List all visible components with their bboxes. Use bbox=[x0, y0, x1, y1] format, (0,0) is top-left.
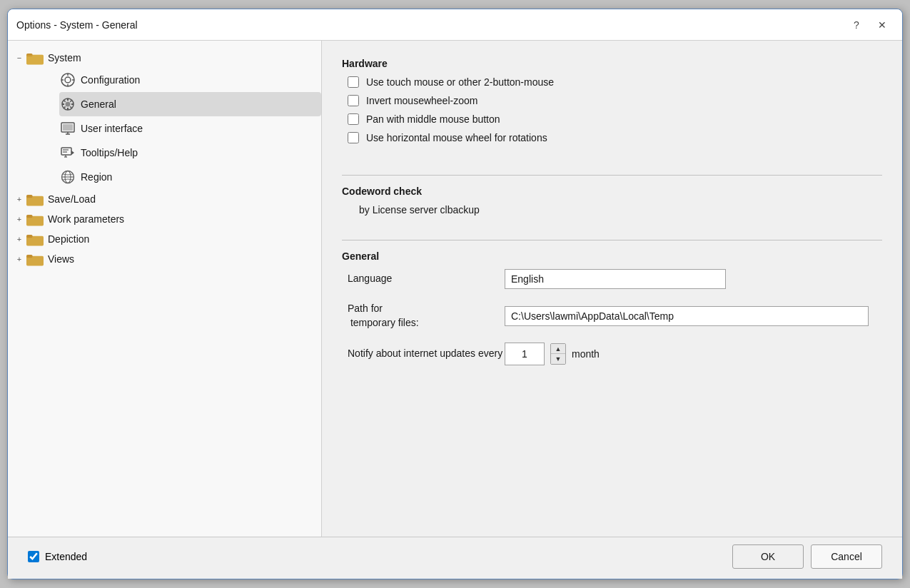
notify-row: Notify about internet updates every ▲ ▼ … bbox=[348, 343, 882, 365]
main-content: − System bbox=[8, 41, 902, 537]
depiction-expander[interactable]: + bbox=[14, 233, 25, 245]
folder-icon-work-parameters bbox=[26, 212, 44, 226]
region-icon bbox=[59, 168, 76, 186]
title-bar-buttons: ? ✕ bbox=[845, 14, 894, 36]
svg-point-4 bbox=[65, 77, 71, 83]
sidebar-item-general[interactable]: General bbox=[59, 92, 321, 116]
sidebar-item-tooltips-help[interactable]: Tooltips/Help bbox=[59, 141, 321, 165]
path-input[interactable] bbox=[505, 306, 869, 326]
checkbox-pan-middle: Pan with middle mouse button bbox=[348, 113, 882, 125]
checkbox-invert-zoom: Invert mousewheel-zoom bbox=[348, 95, 882, 106]
close-button[interactable]: ✕ bbox=[871, 14, 894, 36]
user-interface-label: User interface bbox=[81, 123, 143, 134]
month-label: month bbox=[572, 348, 600, 360]
svg-rect-40 bbox=[26, 255, 33, 258]
bottom-buttons: OK Cancel bbox=[732, 544, 882, 569]
svg-rect-2 bbox=[26, 55, 44, 65]
svg-rect-23 bbox=[61, 148, 71, 155]
spinner-buttons: ▲ ▼ bbox=[550, 343, 566, 365]
depiction-label: Depiction bbox=[48, 233, 89, 245]
checkbox-horizontal-wheel: Use horizontal mouse wheel for rotations bbox=[348, 132, 882, 143]
svg-point-10 bbox=[66, 102, 71, 107]
title-bar: Options - System - General ? ✕ bbox=[8, 9, 902, 41]
hardware-section: Hardware Use touch mouse or other 2-butt… bbox=[342, 58, 882, 151]
horizontal-wheel-checkbox[interactable] bbox=[348, 132, 359, 143]
extended-checkbox[interactable] bbox=[28, 551, 39, 562]
notify-value-input[interactable] bbox=[505, 343, 545, 365]
language-row: Language bbox=[348, 269, 882, 289]
svg-rect-34 bbox=[26, 195, 33, 198]
spinner-down-button[interactable]: ▼ bbox=[551, 354, 565, 364]
language-input[interactable] bbox=[505, 269, 726, 289]
tooltips-label: Tooltips/Help bbox=[81, 147, 138, 158]
work-parameters-label: Work parameters bbox=[48, 213, 124, 225]
spinner-up-button[interactable]: ▲ bbox=[551, 344, 565, 354]
right-panel: Hardware Use touch mouse or other 2-butt… bbox=[322, 41, 902, 537]
path-row: Path for temporary files: bbox=[348, 302, 882, 330]
work-params-expander[interactable]: + bbox=[14, 213, 25, 225]
sidebar: − System bbox=[8, 41, 322, 537]
user-interface-icon bbox=[59, 120, 76, 137]
views-expander[interactable]: + bbox=[14, 253, 25, 265]
horizontal-wheel-label: Use horizontal mouse wheel for rotations bbox=[366, 132, 547, 143]
system-label: System bbox=[48, 52, 81, 64]
folder-icon-save-load bbox=[26, 192, 44, 206]
system-children: Configuration bbox=[8, 68, 321, 189]
invert-zoom-checkbox[interactable] bbox=[348, 95, 359, 106]
codeword-label: Codeword check bbox=[342, 186, 882, 197]
language-label: Language bbox=[348, 272, 505, 286]
svg-rect-36 bbox=[26, 215, 33, 218]
save-load-label: Save/Load bbox=[48, 193, 96, 205]
notify-spinner-group: ▲ ▼ month bbox=[505, 343, 600, 365]
extended-row: Extended bbox=[28, 551, 732, 562]
cancel-button[interactable]: Cancel bbox=[811, 544, 882, 569]
sidebar-item-region[interactable]: Region bbox=[59, 165, 321, 189]
general-section-label: General bbox=[342, 250, 882, 262]
configuration-icon bbox=[59, 71, 76, 88]
codeword-text: by License server clbackup bbox=[359, 204, 882, 216]
hardware-label: Hardware bbox=[342, 58, 882, 69]
sidebar-item-save-load[interactable]: + Save/Load bbox=[8, 189, 321, 209]
svg-line-18 bbox=[64, 106, 66, 108]
svg-rect-38 bbox=[26, 235, 33, 238]
help-button[interactable]: ? bbox=[845, 14, 868, 36]
svg-marker-28 bbox=[71, 151, 74, 155]
pan-middle-label: Pan with middle mouse button bbox=[366, 113, 500, 125]
region-label: Region bbox=[81, 171, 112, 183]
touch-mouse-checkbox[interactable] bbox=[348, 76, 359, 88]
main-window: Options - System - General ? ✕ − System bbox=[7, 9, 903, 579]
svg-line-16 bbox=[70, 106, 71, 108]
sidebar-item-views[interactable]: + Views bbox=[8, 249, 321, 269]
tooltips-icon bbox=[59, 144, 76, 161]
bottom-bar: Extended OK Cancel bbox=[8, 537, 902, 579]
ok-button[interactable]: OK bbox=[732, 544, 804, 569]
general-icon bbox=[59, 96, 76, 113]
sidebar-item-user-interface[interactable]: User interface bbox=[59, 116, 321, 141]
window-title: Options - System - General bbox=[16, 19, 845, 31]
svg-rect-22 bbox=[63, 124, 73, 131]
divider-2 bbox=[342, 240, 882, 240]
sidebar-item-system[interactable]: − System bbox=[8, 48, 321, 68]
save-load-expander[interactable]: + bbox=[14, 193, 25, 205]
codeword-section: Codeword check by License server clbacku… bbox=[342, 186, 882, 216]
divider-1 bbox=[342, 175, 882, 176]
extended-label: Extended bbox=[45, 551, 87, 562]
touch-mouse-label: Use touch mouse or other 2-button-mouse bbox=[366, 76, 554, 88]
sidebar-item-work-parameters[interactable]: + Work parameters bbox=[8, 209, 321, 229]
sidebar-item-depiction[interactable]: + Depiction bbox=[8, 229, 321, 249]
invert-zoom-label: Invert mousewheel-zoom bbox=[366, 95, 477, 106]
svg-line-17 bbox=[70, 101, 71, 102]
configuration-label: Configuration bbox=[81, 74, 140, 86]
folder-icon-views bbox=[26, 252, 44, 266]
folder-icon-depiction bbox=[26, 232, 44, 246]
path-label: Path for temporary files: bbox=[348, 302, 505, 330]
notify-label: Notify about internet updates every bbox=[348, 347, 505, 361]
folder-icon-system bbox=[26, 51, 44, 65]
checkbox-touch-mouse: Use touch mouse or other 2-button-mouse bbox=[348, 76, 882, 88]
sidebar-item-configuration[interactable]: Configuration bbox=[59, 68, 321, 92]
views-label: Views bbox=[48, 253, 74, 265]
general-label: General bbox=[81, 98, 116, 110]
general-section: General Language Path for temporary file… bbox=[342, 250, 882, 378]
pan-middle-checkbox[interactable] bbox=[348, 113, 359, 125]
system-expander[interactable]: − bbox=[14, 52, 25, 64]
